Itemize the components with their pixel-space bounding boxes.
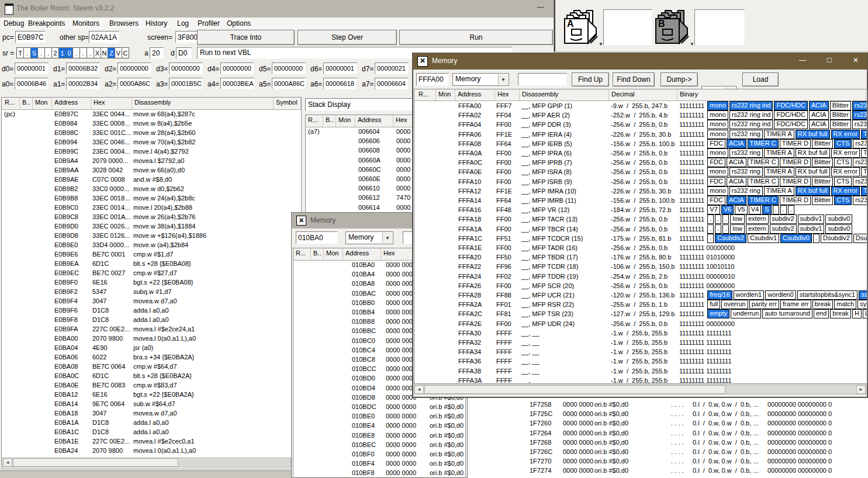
memory3-row[interactable]: 1F72700000 0000ori.b #$0,d0. . . .0.l / … (464, 456, 868, 466)
column-header-r[interactable]: R... (416, 89, 436, 101)
drive-a-dropdown-icon[interactable]: ▼ (599, 41, 603, 47)
address-register-value[interactable]: 00006604 (375, 78, 409, 89)
disassembly-row[interactable]: E0B9F43047movea.w d7,a0 (2, 296, 301, 306)
disassembly-row[interactable]: E0B99C23EC 0004...move.l 4(a4),$2792 (2, 147, 301, 156)
address-register-value[interactable]: 00006618 (323, 78, 357, 89)
memory3-row[interactable]: 1F72740000 0000ori.b #$0,d0. . . .0.l / … (464, 466, 868, 475)
column-header-r[interactable]: R... (2, 98, 20, 109)
column-header-b[interactable]: B.. (323, 115, 336, 127)
disassembly-row[interactable]: E0BA1CD1C8adda.l a0,a0 (2, 427, 301, 437)
chevron-down-icon[interactable]: ▼ (498, 74, 508, 85)
address-register-value[interactable]: 0000A86C (272, 78, 306, 89)
front-memory-row[interactable]: FFFA16FF48__, MFP VR (12)-184.w / 255.b,… (414, 205, 867, 214)
minimize-button[interactable]: — (533, 3, 548, 13)
memory2-address-input[interactable] (296, 231, 338, 244)
memory3-row[interactable]: 1F72640000 0000ori.b #$0,d0. . . .0.l / … (464, 428, 868, 438)
data-register-value[interactable]: 00000000 (117, 63, 151, 74)
stack-row[interactable]: 00660A0000 (306, 155, 416, 165)
column-header-r[interactable]: R... (293, 248, 311, 260)
address-register-value[interactable]: 0000A86C (117, 78, 151, 89)
disassembly-row[interactable]: E0B9C023EC 0014...move.l 20(a4),$2b88 (2, 203, 301, 212)
column-header-disassembly[interactable]: Disassembly (520, 89, 609, 101)
disassembly-row[interactable]: E0BA149E7C 0064sub.w #$64,d7 (2, 399, 301, 408)
run-button[interactable]: Run (399, 30, 553, 45)
memory3-row[interactable]: 1F726C0000 0000ori.b #$0,d0. . . .0.l / … (464, 447, 868, 456)
column-header-address[interactable]: Address (343, 248, 381, 260)
memory2-row[interactable]: 010BE40000 0000ori.b #$0,d0 (293, 421, 465, 430)
column-header-hex[interactable]: Hex (91, 98, 132, 109)
pc-input[interactable] (15, 31, 46, 43)
step-over-button[interactable]: Step Over (298, 30, 397, 45)
memory2-view-combo[interactable]: Memory ▼ (345, 231, 393, 244)
memory3-row[interactable]: 1F72600000 0000ori.b #$0,d0. . . .0.l / … (464, 418, 868, 428)
column-header-mon[interactable]: Mon (33, 98, 52, 109)
stack-row[interactable]: 0066060000 (306, 136, 416, 146)
front-memory-row[interactable]: FFFA26FF00__, MFP SCR (20)-256.w / 255.b… (414, 281, 867, 290)
scroll-thumb[interactable] (13, 458, 178, 467)
find-down-button[interactable]: Find Down (613, 72, 655, 86)
front-memory-row[interactable]: FFFA06FF1E__, MFP IERA (4)-226.w / 255.b… (414, 130, 867, 139)
front-memory-row[interactable]: FFFA24FF02__, MFP TDDR (19)-254.w / 255.… (414, 272, 867, 281)
stack-row[interactable]: (a7)0066040000 (306, 127, 416, 136)
front-memory-row[interactable]: FFFA32FFFF__, __-1.w / 255.b, 255.b11111… (414, 338, 867, 347)
memory2-row[interactable]: 010BDC0000 0000ori.b #$0,d0 (293, 402, 465, 411)
stack-row[interactable]: 0066080000 (306, 146, 416, 155)
dump-button[interactable]: Dump-> (660, 72, 698, 86)
front-memory-row[interactable]: FFFA18FF00__, MFP TACR (13)-256.w / 255.… (414, 214, 867, 224)
menu-item-browsers[interactable]: Browsers (109, 19, 139, 27)
memory2-row[interactable]: 010BEC0000 0000ori.b #$0,d0 (293, 440, 465, 449)
column-header-b[interactable]: B.. (20, 98, 33, 109)
data-register-value[interactable]: 00000000 (169, 63, 203, 74)
address-register-value[interactable]: 00003BEA (220, 78, 254, 89)
column-header-b[interactable]: B.. (311, 248, 324, 260)
front-memory-row[interactable]: FFFA1CFF51__, MFP TCDCR (15)-175.w / 255… (414, 234, 867, 243)
disassembly-row[interactable]: E0BA0C6D1Cblt.s +28 {$E0BA2A} (2, 371, 301, 380)
load-button[interactable]: Load (742, 72, 779, 86)
disassembly-row[interactable]: E0B9F25347subq.w #1,d7 (2, 287, 301, 296)
stack-display-combo[interactable]: Stack Display (305, 98, 417, 111)
disassembly-row[interactable]: E0BA0EBE7C 0083cmp.w #$83,d7 (2, 380, 301, 390)
menu-item-profiler[interactable]: Profiler (198, 19, 220, 27)
front-hscrollbar[interactable]: ◄ ► (414, 385, 866, 394)
stack-row[interactable]: 0066140000 (306, 203, 416, 212)
scroll-thumb[interactable] (424, 385, 725, 394)
column-header-decimal[interactable]: Decimal (609, 89, 677, 101)
data-register-value[interactable]: 00000021 (375, 63, 409, 74)
front-maximize-button[interactable]: □ (821, 56, 838, 66)
front-memory-row[interactable]: FFFA38FFFF__, __-1.w / 255.b, 255.b11111… (414, 366, 867, 376)
column-header-address[interactable]: Address (455, 89, 495, 101)
front-close-button[interactable]: ✕ (847, 56, 864, 67)
drive-b-disk-box[interactable] (694, 9, 745, 46)
front-memory-row[interactable]: FFFA08FF64__, MFP IERB (5)-156.w / 255.b… (414, 139, 867, 148)
column-header-binary[interactable]: Binary (677, 89, 866, 101)
column-header-symbol[interactable]: Symbol (274, 98, 301, 109)
front-memory-row[interactable]: FFFA22FF96__, MFP TCDR (18)-106.w / 255.… (414, 262, 867, 271)
memory3-row[interactable]: 1F72780000 0000ori.b #$0,d0. . . .0.l / … (464, 476, 868, 478)
front-titlebar[interactable]: ✕ Memory — □ ✕ (413, 53, 867, 70)
front-memory-row[interactable]: FFFA0AFF00__, MFP IPRA (6)-256.w / 255.b… (414, 148, 867, 158)
disassembly-row[interactable]: E0BA066022bra.s +34 {$E0BA2A} (2, 352, 301, 362)
disassembly-row[interactable]: E0BA126E16bgt.s +22 {$E0BA2A} (2, 390, 301, 399)
data-register-value[interactable]: 00000000 (272, 63, 306, 74)
disassembly-row[interactable]: E0B9E033D4 0000...move.w (a4),$2b84 (2, 240, 301, 250)
disassembly-row[interactable]: E0B9ECBE7C 0027cmp.w #$27,d7 (2, 268, 301, 278)
a-input[interactable] (150, 47, 164, 59)
disassembly-row[interactable]: E0B9EA6D1Cblt.s +28 {$E0BA08} (2, 259, 301, 268)
memory3-row[interactable]: 1F725C0000 0000ori.b #$0,d0. . . .0.l / … (464, 409, 868, 418)
disassembly-row[interactable]: E0BA183047movea.w d7,a0 (2, 408, 301, 418)
disassembly-row[interactable]: E0B9D033EC 0026...move.w 38(a4),$1884 (2, 221, 301, 231)
memory2-row[interactable]: 010BE80000 0000ori.b #$0,d0 (293, 431, 465, 440)
front-memory-row[interactable]: FFFA12FF1E__, MFP IMRA (10)-226.w / 255.… (414, 186, 867, 196)
memory2-row[interactable]: 010BF40000 0000ori.b #$0,d0 (293, 459, 465, 468)
memory3-row[interactable]: 1F72580000 0000ori.b #$0,d0. . . .0.l / … (464, 400, 868, 409)
front-memory-row[interactable]: FFFA30FFFF__, __-1.w / 255.b, 255.b11111… (414, 328, 867, 338)
menu-item-history[interactable]: History (146, 19, 167, 27)
address-register-value[interactable]: 00002B34 (66, 78, 100, 89)
front-memory-row[interactable]: FFFA14FF64__, MFP IMRB (11)-156.w / 255.… (414, 196, 867, 205)
scroll-left-icon[interactable]: ◄ (3, 458, 12, 467)
front-memory-row[interactable]: FFFA3AFFFF__, __-1.w / 255.b, 255.b11111… (414, 376, 867, 383)
front-address-input[interactable] (416, 73, 449, 86)
memory2-row[interactable]: 010BF80000 0000ori.b #$0,d0 (293, 468, 465, 477)
front-memory-row[interactable]: FFFA1EFF00__, MFP TADR (16)-256.w / 255.… (414, 243, 867, 252)
disassembly-row[interactable]: E0B98433EC 0008...move.w 8(a4),$2b5e (2, 119, 301, 128)
